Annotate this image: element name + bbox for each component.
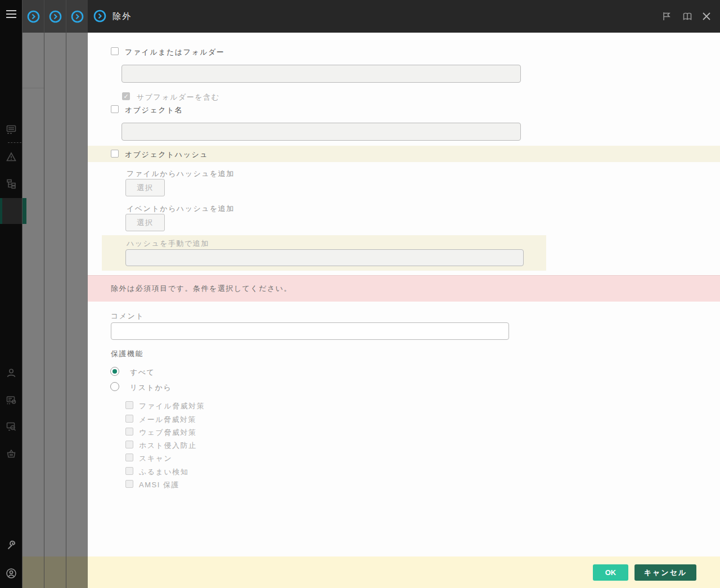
exclusion-dialog: 除外 ファイルまたはフォルダー xyxy=(88,0,720,588)
component-label: ホスト侵入防止 xyxy=(139,441,196,451)
component-checkbox-web-threat[interactable] xyxy=(125,428,133,436)
sidebar-divider xyxy=(8,142,21,143)
dialog-badge-icon xyxy=(27,10,40,23)
component-checkbox-amsi[interactable] xyxy=(125,480,133,488)
component-label: ウェブ脅威対策 xyxy=(139,428,196,438)
sidebar-item-selected[interactable] xyxy=(0,198,22,224)
stacked-dialog-2-body xyxy=(44,33,66,556)
file-folder-label: ファイルまたはフォルダー xyxy=(125,47,224,57)
stacked-dialog-1-body xyxy=(22,33,44,556)
hamburger-menu-icon[interactable] xyxy=(0,7,22,21)
protection-all-radio[interactable] xyxy=(110,367,119,376)
monitoring-icon[interactable] xyxy=(0,123,22,136)
object-name-label: オブジェクト名 xyxy=(125,105,183,115)
app-sidebar xyxy=(0,0,22,588)
protection-section-label: 保護機能 xyxy=(111,349,143,359)
dialog-footer: OK キャンセル xyxy=(88,556,720,588)
hash-from-event-label: イベントからハッシュを追加 xyxy=(127,204,235,214)
account-icon[interactable] xyxy=(0,567,22,580)
component-label: AMSI 保護 xyxy=(139,480,179,490)
alerts-warning-icon[interactable] xyxy=(0,150,22,164)
hash-from-file-select-button[interactable]: 選択 xyxy=(125,179,165,196)
stacked-dialog-strip-2[interactable] xyxy=(44,0,66,588)
stacked-dialog-3-body xyxy=(66,33,88,556)
app-window: 除外 ファイルまたはフォルダー xyxy=(0,0,720,588)
include-subfolders-label: サブフォルダーを含む xyxy=(137,92,219,102)
component-checkbox-behavior-detection[interactable] xyxy=(125,467,133,475)
device-discovery-icon[interactable] xyxy=(0,420,22,433)
dialog-badge-icon xyxy=(49,10,62,23)
component-checkbox-scan[interactable] xyxy=(125,454,133,461)
component-checkbox-file-threat[interactable] xyxy=(125,401,133,409)
object-hash-checkbox[interactable] xyxy=(111,150,119,158)
object-name-checkbox[interactable] xyxy=(111,105,119,113)
stacked-dialog-1-footer xyxy=(22,556,44,588)
stacked-dialog-strip-3[interactable] xyxy=(66,0,88,588)
help-book-icon[interactable] xyxy=(682,11,693,22)
dialog-badge-icon xyxy=(71,10,84,23)
component-label: メール脅威対策 xyxy=(139,415,196,425)
stacked-dialog-3-header[interactable] xyxy=(66,0,88,33)
validation-error-text: 除外は必須項目です。条件を選択してください。 xyxy=(111,284,292,294)
dialog-body: ファイルまたはフォルダー ✓ サブフォルダーを含む オブジェクト名 オブジェクト… xyxy=(88,33,720,556)
stacked-dialog-2-header[interactable] xyxy=(44,0,66,33)
device-settings-icon[interactable] xyxy=(0,393,22,407)
dialog-titlebar: 除外 xyxy=(88,0,720,33)
dialog-title: 除外 xyxy=(112,11,132,22)
manual-hash-input[interactable] xyxy=(125,249,524,266)
file-folder-checkbox[interactable] xyxy=(111,47,119,55)
users-icon[interactable] xyxy=(0,366,22,380)
object-name-input[interactable] xyxy=(122,123,521,141)
component-checkbox-host-intrusion[interactable] xyxy=(125,441,133,448)
manual-hash-label: ハッシュを手動で追加 xyxy=(127,239,209,249)
strip-selected-accent xyxy=(22,198,26,224)
hash-from-event-select-button[interactable]: 選択 xyxy=(125,214,165,231)
protection-from-list-label: リストから xyxy=(130,383,172,393)
file-folder-input[interactable] xyxy=(122,65,521,83)
protection-all-label: すべて xyxy=(130,367,155,378)
hash-from-file-label: ファイルからハッシュを追加 xyxy=(127,169,235,179)
include-subfolders-checkbox[interactable]: ✓ xyxy=(122,92,130,100)
console-settings-wrench-icon[interactable] xyxy=(0,539,22,553)
marketplace-basket-icon[interactable] xyxy=(0,447,22,460)
stacked-dialog-2-footer xyxy=(44,556,66,588)
radio-dot xyxy=(112,369,117,374)
component-checkbox-mail-threat[interactable] xyxy=(125,415,133,423)
dialog-badge-icon xyxy=(93,10,106,23)
object-hash-label: オブジェクトハッシュ xyxy=(125,150,208,160)
cancel-button[interactable]: キャンセル xyxy=(634,564,696,581)
component-label: スキャン xyxy=(139,454,172,464)
strip-divider-line xyxy=(22,88,44,88)
stacked-dialog-strip-1[interactable] xyxy=(22,0,44,588)
validation-error-bar: 除外は必須項目です。条件を選択してください。 xyxy=(88,275,720,302)
component-label: ふるまい検知 xyxy=(139,467,188,477)
policy-tree-icon[interactable] xyxy=(0,177,22,191)
protection-from-list-radio[interactable] xyxy=(110,382,119,391)
component-label: ファイル脅威対策 xyxy=(139,401,205,411)
comment-label: コメント xyxy=(111,311,144,321)
stacked-dialog-3-footer xyxy=(66,556,88,588)
ok-button[interactable]: OK xyxy=(593,564,628,581)
comment-input[interactable] xyxy=(111,322,509,340)
close-icon[interactable] xyxy=(701,11,712,22)
stacked-dialog-1-header[interactable] xyxy=(22,0,44,33)
feedback-flag-icon[interactable] xyxy=(661,11,672,22)
